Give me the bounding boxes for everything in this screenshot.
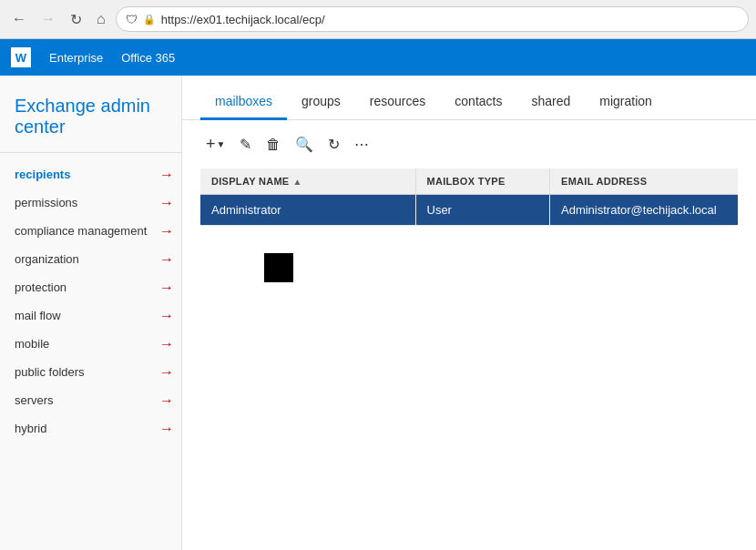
back-button[interactable]: ← bbox=[7, 9, 31, 29]
url-text: https://ex01.techijack.local/ecp/ bbox=[161, 13, 739, 26]
more-button[interactable]: ⋯ bbox=[349, 132, 374, 157]
sidebar-item-organization[interactable]: organization → bbox=[0, 245, 181, 273]
edit-button[interactable]: ✎ bbox=[234, 132, 257, 157]
main-content: mailboxes groups resources contacts shar… bbox=[182, 76, 756, 550]
top-nav-bar: W Enterprise Office 365 bbox=[0, 39, 756, 76]
page-title: Exchange admin center bbox=[0, 85, 181, 153]
sidebar-item-mobile[interactable]: mobile → bbox=[0, 330, 181, 358]
browser-chrome: ← → ↻ ⌂ 🛡 🔒 https://ex01.techijack.local… bbox=[0, 0, 756, 39]
office365-link[interactable]: Office 365 bbox=[121, 51, 175, 65]
sidebar: Exchange admin center recipients → permi… bbox=[0, 76, 182, 550]
arrow-icon: → bbox=[159, 251, 174, 268]
shield-icon: 🛡 bbox=[126, 13, 138, 26]
microsoft-logo: W bbox=[11, 47, 31, 67]
table-body: Administrator User Administrator@techija… bbox=[200, 195, 738, 226]
sidebar-item-public-folders[interactable]: public folders → bbox=[0, 358, 181, 386]
add-dropdown-icon: ▼ bbox=[217, 139, 226, 149]
arrow-icon: → bbox=[159, 336, 174, 352]
add-icon: + bbox=[206, 135, 216, 154]
mailboxes-table: DISPLAY NAME ▲ MAILBOX TYPE EMAIL ADDRES bbox=[200, 168, 738, 226]
arrow-icon: → bbox=[159, 280, 174, 296]
add-button[interactable]: + ▼ bbox=[200, 131, 230, 158]
search-icon: 🔍 bbox=[295, 137, 313, 152]
col-header-display-name[interactable]: DISPLAY NAME ▲ bbox=[200, 168, 415, 195]
content-toolbar: + ▼ ✎ 🗑 🔍 ↻ ⋯ bbox=[182, 120, 756, 168]
address-bar[interactable]: 🛡 🔒 https://ex01.techijack.local/ecp/ bbox=[116, 6, 749, 32]
cell-mailbox-type: User bbox=[415, 195, 550, 226]
cell-email-address: Administrator@techijack.local bbox=[550, 195, 739, 226]
more-icon: ⋯ bbox=[354, 137, 369, 152]
search-button[interactable]: 🔍 bbox=[290, 132, 319, 157]
reload-button[interactable]: ↻ bbox=[66, 9, 87, 30]
sort-asc-icon: ▲ bbox=[293, 177, 302, 187]
page-container: Exchange admin center recipients → permi… bbox=[0, 76, 756, 550]
tab-mailboxes[interactable]: mailboxes bbox=[200, 85, 287, 120]
delete-button[interactable]: 🗑 bbox=[261, 133, 286, 157]
table-row[interactable]: Administrator User Administrator@techija… bbox=[200, 195, 738, 226]
arrow-icon: → bbox=[159, 308, 174, 324]
delete-icon: 🗑 bbox=[266, 137, 281, 152]
arrow-icon: → bbox=[159, 195, 174, 211]
tab-shared[interactable]: shared bbox=[516, 85, 585, 120]
data-table-container: DISPLAY NAME ▲ MAILBOX TYPE EMAIL ADDRES bbox=[182, 168, 756, 226]
col-header-mailbox-type[interactable]: MAILBOX TYPE bbox=[415, 168, 550, 195]
sidebar-item-protection[interactable]: protection → bbox=[0, 273, 181, 301]
tab-contacts[interactable]: contacts bbox=[440, 85, 516, 120]
tab-resources[interactable]: resources bbox=[355, 85, 440, 120]
arrow-icon: → bbox=[159, 223, 174, 239]
tab-migration[interactable]: migration bbox=[585, 85, 667, 120]
refresh-icon: ↻ bbox=[328, 137, 340, 152]
sidebar-item-permissions[interactable]: permissions → bbox=[0, 188, 181, 217]
sidebar-item-compliance-management[interactable]: compliance management → bbox=[0, 217, 181, 245]
arrow-icon: → bbox=[159, 421, 174, 437]
arrow-icon: → bbox=[159, 364, 174, 381]
sidebar-item-servers[interactable]: servers → bbox=[0, 386, 181, 414]
sidebar-item-hybrid[interactable]: hybrid → bbox=[0, 414, 181, 443]
browser-toolbar: ← → ↻ ⌂ 🛡 🔒 https://ex01.techijack.local… bbox=[0, 0, 756, 38]
tabs-bar: mailboxes groups resources contacts shar… bbox=[182, 76, 756, 120]
cell-display-name: Administrator bbox=[200, 195, 415, 226]
sidebar-nav: recipients → permissions → compliance ma… bbox=[0, 153, 181, 443]
table-header: DISPLAY NAME ▲ MAILBOX TYPE EMAIL ADDRES bbox=[200, 168, 738, 195]
col-header-email-address[interactable]: EMAIL ADDRESS bbox=[550, 168, 739, 195]
sidebar-item-mail-flow[interactable]: mail flow → bbox=[0, 301, 181, 330]
enterprise-link[interactable]: Enterprise bbox=[49, 51, 103, 65]
arrow-icon: → bbox=[159, 392, 174, 409]
forward-button[interactable]: → bbox=[36, 9, 60, 29]
home-button[interactable]: ⌂ bbox=[92, 9, 110, 29]
cursor-overlay bbox=[264, 253, 293, 282]
edit-icon: ✎ bbox=[240, 137, 251, 152]
refresh-button[interactable]: ↻ bbox=[322, 132, 345, 157]
tab-groups[interactable]: groups bbox=[287, 85, 355, 120]
lock-icon: 🔒 bbox=[143, 14, 156, 25]
arrow-icon: → bbox=[159, 167, 174, 183]
sidebar-item-recipients[interactable]: recipients → bbox=[0, 160, 181, 188]
